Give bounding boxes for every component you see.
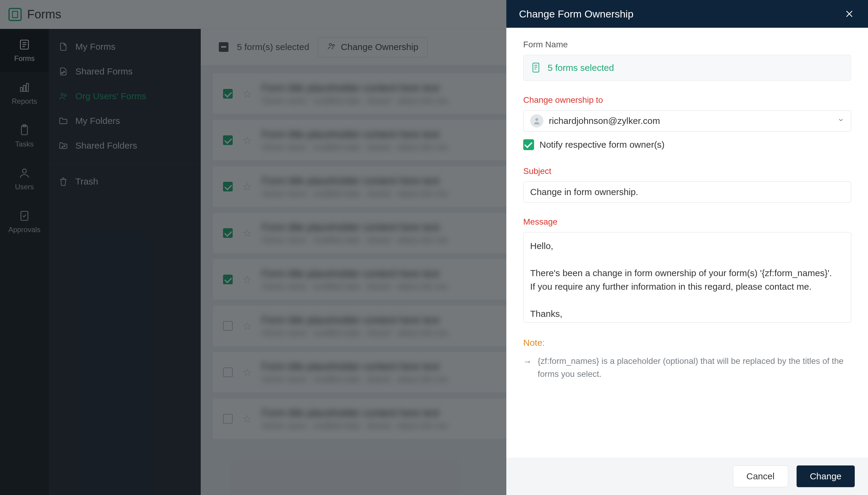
owner-email: richardjohnson@zylker.com	[549, 116, 832, 126]
cancel-label: Cancel	[747, 471, 775, 481]
notify-label: Notify respective form owner(s)	[539, 140, 664, 150]
panel-body: Form Name 5 forms selected Change owners…	[506, 28, 868, 458]
forms-selected-box: 5 forms selected	[523, 55, 851, 81]
note-text: {zf:form_names} is a placeholder (option…	[538, 355, 851, 381]
note-row: → {zf:form_names} is a placeholder (opti…	[523, 355, 851, 381]
form-icon	[531, 62, 542, 74]
cancel-button[interactable]: Cancel	[733, 465, 788, 487]
owner-dropdown[interactable]: richardjohnson@zylker.com	[523, 110, 851, 132]
avatar-icon	[530, 114, 543, 127]
message-textarea[interactable]	[523, 232, 851, 323]
message-label: Message	[523, 217, 851, 227]
svg-rect-22	[533, 63, 539, 72]
subject-input[interactable]	[523, 182, 851, 203]
arrow-icon: →	[523, 355, 532, 381]
note-label: Note:	[523, 338, 851, 348]
svg-point-26	[535, 118, 538, 121]
change-button[interactable]: Change	[797, 465, 855, 487]
subject-label: Subject	[523, 166, 851, 176]
forms-selected-text: 5 forms selected	[548, 63, 614, 73]
change-label: Change	[810, 471, 841, 481]
notify-checkbox[interactable]	[523, 139, 534, 150]
chevron-down-icon	[837, 117, 844, 125]
panel-title: Change Form Ownership	[519, 8, 633, 20]
notify-checkbox-row[interactable]: Notify respective form owner(s)	[523, 139, 851, 150]
change-ownership-panel: Change Form Ownership Form Name 5 forms …	[506, 0, 868, 495]
change-ownership-to-label: Change ownership to	[523, 95, 851, 105]
panel-header: Change Form Ownership	[506, 0, 868, 28]
form-name-label: Form Name	[523, 40, 851, 49]
close-icon[interactable]	[843, 8, 855, 20]
panel-footer: Cancel Change	[506, 458, 868, 495]
